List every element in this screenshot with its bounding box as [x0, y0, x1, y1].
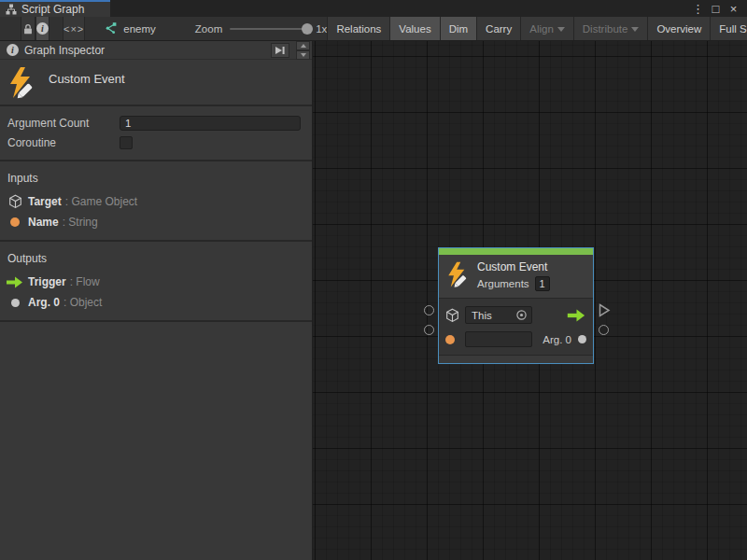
values-button[interactable]: Values: [389, 17, 439, 40]
node-title: Custom Event: [477, 260, 550, 273]
align-dropdown[interactable]: Align: [520, 17, 573, 40]
arg0-output-port[interactable]: [599, 325, 609, 335]
tab-script-graph[interactable]: Script Graph: [0, 0, 110, 17]
inspector-scroll-spinner: [296, 41, 310, 60]
node-row-name: Arg. 0: [445, 329, 586, 350]
overview-button[interactable]: Overview: [647, 17, 710, 40]
arg0-label: Arg. 0: [543, 334, 571, 345]
custom-event-node[interactable]: Custom Event Arguments 1: [438, 247, 594, 364]
object-dot-icon[interactable]: [578, 335, 586, 343]
trigger-output-port[interactable]: [599, 303, 611, 317]
dim-button[interactable]: Dim: [440, 17, 476, 40]
scroll-up-button[interactable]: [296, 41, 310, 50]
inspector-empty-area: [0, 322, 312, 560]
target-value: This: [472, 310, 515, 321]
name-input-port[interactable]: [424, 325, 434, 335]
string-dot-icon: [6, 217, 24, 227]
graph-asset-icon: [104, 21, 118, 35]
graph-breadcrumb[interactable]: enemy: [104, 17, 156, 40]
script-graph-window: Script Graph ⋮ □ × i <×>: [0, 0, 747, 560]
game-object-cube-icon: [6, 194, 24, 209]
zoom-control: Zoom 1x: [195, 17, 328, 40]
values-label: Values: [399, 23, 430, 35]
inspector-title: Graph Inspector: [24, 44, 265, 57]
maximize-icon[interactable]: □: [708, 1, 724, 16]
event-name-input[interactable]: [465, 331, 532, 347]
port-row-target: Target : Game Object: [0, 191, 312, 212]
triangle-up-icon: [301, 44, 306, 48]
lock-button[interactable]: [21, 17, 35, 40]
overview-label: Overview: [656, 23, 701, 35]
coroutine-checkbox[interactable]: [120, 136, 133, 149]
dim-label: Dim: [449, 23, 468, 35]
carry-button[interactable]: Carry: [476, 17, 520, 40]
node-header-text: Custom Event Arguments 1: [477, 260, 550, 291]
coroutine-label: Coroutine: [7, 136, 120, 149]
target-input-port[interactable]: [424, 305, 434, 315]
node-arguments-row: Arguments 1: [477, 276, 550, 291]
inspector-header: i Graph Inspector: [0, 41, 312, 60]
code-icon: <×>: [63, 23, 84, 35]
target-object-dropdown[interactable]: This: [465, 306, 532, 324]
port-row-trigger: Trigger : Flow: [0, 272, 312, 292]
dock-panel-button[interactable]: [271, 43, 289, 58]
close-icon[interactable]: ×: [726, 1, 741, 16]
window-menu-icon[interactable]: ⋮: [690, 1, 706, 16]
relations-button[interactable]: Relations: [327, 17, 389, 40]
carry-label: Carry: [486, 23, 512, 35]
game-object-cube-icon: [445, 308, 465, 323]
fullscreen-button[interactable]: Full Screen: [710, 17, 747, 40]
lock-icon: [21, 22, 35, 35]
zoom-label: Zoom: [195, 23, 222, 35]
graph-name: enemy: [123, 23, 156, 35]
code-preview-button[interactable]: <×>: [63, 17, 85, 40]
flow-output-arrow-icon[interactable]: [567, 309, 586, 322]
zoom-slider[interactable]: [230, 28, 308, 30]
node-header[interactable]: Custom Event Arguments 1: [439, 255, 593, 298]
port-row-name: Name : String: [0, 212, 312, 232]
chevron-down-icon: [631, 27, 639, 32]
custom-event-icon: [445, 260, 470, 289]
fullscreen-label: Full Screen: [719, 23, 747, 35]
zoom-value: 1x: [316, 23, 327, 35]
align-label: Align: [529, 23, 554, 35]
node-footer: [439, 355, 593, 363]
argument-count-input[interactable]: [120, 116, 301, 131]
main-area: i Graph Inspector: [0, 41, 747, 560]
port-name: Target: [28, 195, 62, 208]
inputs-title: Inputs: [0, 167, 312, 191]
unit-settings: Argument Count Coroutine: [0, 106, 312, 160]
string-dot-icon: [445, 335, 465, 344]
inspector-toggle-button[interactable]: i: [35, 17, 49, 40]
distribute-label: Distribute: [583, 23, 628, 35]
zoom-slider-knob[interactable]: [302, 23, 313, 35]
tab-title: Script Graph: [21, 3, 84, 16]
graph-canvas[interactable]: Custom Event Arguments 1: [313, 41, 747, 560]
port-row-arg0: Arg. 0 : Object: [0, 292, 312, 313]
node-color-bar: [439, 248, 593, 255]
outputs-section: Outputs Trigger : Flow Arg. 0 : Object: [0, 242, 312, 320]
node-body: This: [439, 298, 593, 355]
port-type: : Game Object: [65, 195, 137, 208]
port-type: : Flow: [70, 275, 100, 288]
port-name: Trigger: [28, 275, 66, 288]
scroll-down-button[interactable]: [296, 50, 310, 60]
info-icon: i: [36, 22, 49, 35]
distribute-dropdown[interactable]: Distribute: [573, 17, 648, 40]
unit-title: Custom Event: [49, 66, 125, 86]
tabbar-spacer: [110, 0, 690, 17]
coroutine-row: Coroutine: [0, 133, 312, 152]
info-icon: i: [7, 44, 19, 56]
graph-toolbar: i <×> enemy Zoom 1x Relations Va: [0, 17, 747, 41]
arguments-count-field[interactable]: 1: [535, 276, 550, 291]
dock-right-icon: [275, 45, 286, 56]
unit-header: Custom Event: [0, 60, 312, 105]
object-picker-icon[interactable]: [515, 309, 528, 321]
port-name: Name: [28, 216, 59, 229]
script-graph-icon: [6, 4, 17, 15]
triangle-down-icon: [301, 53, 306, 57]
window-controls: ⋮ □ ×: [690, 0, 747, 17]
object-dot-icon: [6, 299, 24, 307]
graph-inspector-panel: i Graph Inspector: [0, 41, 313, 560]
argument-count-row: Argument Count: [0, 113, 312, 133]
